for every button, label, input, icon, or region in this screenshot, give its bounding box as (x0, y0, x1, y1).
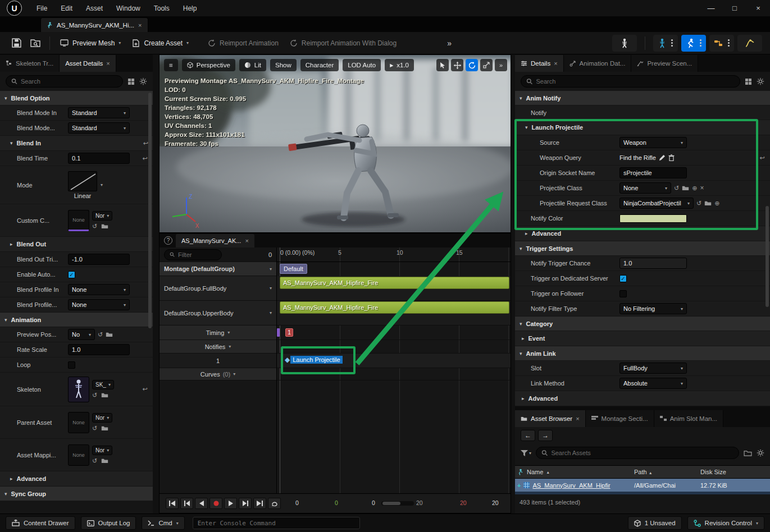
skeleton-thumbnail[interactable] (68, 377, 89, 402)
tab-anim-slot-manager[interactable]: Anim Slot Man... (654, 410, 723, 427)
add-plus-icon[interactable]: ⊕ (692, 185, 697, 192)
use-selected-asset-icon[interactable]: ↺ (92, 425, 97, 432)
unreal-logo-icon[interactable]: U (7, 1, 22, 16)
browse-folder-icon[interactable] (101, 223, 108, 230)
skeleton-mode-button[interactable] (612, 35, 637, 52)
blend-profile-in-dropdown[interactable]: None▾ (68, 284, 130, 295)
menu-file[interactable]: File (30, 0, 54, 17)
advanced-header-2[interactable]: ▸ Advanced (515, 391, 770, 406)
section-blend-option[interactable]: ▾ Blend Option (0, 91, 153, 106)
section-trigger-settings[interactable]: ▾ Trigger Settings (515, 241, 770, 256)
maximize-button[interactable]: □ (723, 0, 746, 17)
left-panel-scrollbar[interactable] (148, 93, 152, 328)
asset-search-box[interactable] (536, 447, 739, 459)
more-options-icon[interactable] (700, 42, 701, 44)
tab-asset-details[interactable]: Asset Details × (60, 55, 116, 72)
column-name[interactable]: Name ▲ (515, 469, 634, 475)
reset-to-default-icon[interactable]: ↩ (142, 155, 147, 162)
enable-auto-checkbox[interactable]: ✓ (68, 271, 75, 278)
viewport-overflow-icon[interactable]: » (495, 59, 507, 71)
preview-viewport[interactable]: ≡ Perspective Lit Show Character LOD Aut… (159, 54, 511, 233)
asset-mapping-thumbnail[interactable]: None (68, 444, 89, 466)
console-input-box[interactable] (193, 517, 360, 529)
section-category[interactable]: ▾ Category (515, 317, 770, 331)
close-icon[interactable]: × (554, 60, 557, 67)
use-selected-asset-icon[interactable]: ↺ (92, 223, 97, 230)
notify-color-swatch[interactable] (619, 214, 687, 223)
trigger-follower-checkbox[interactable] (619, 290, 627, 297)
skeleton-dropdown[interactable]: SK_▾ (92, 380, 114, 389)
browse-folder-icon[interactable] (106, 332, 113, 337)
slot-dropdown[interactable]: FullBody▾ (619, 363, 687, 374)
clear-x-icon[interactable]: × (700, 184, 704, 192)
unsaved-button[interactable]: 1 Unsaved (628, 516, 682, 530)
montage-section-default[interactable]: Default (280, 264, 307, 274)
blend-time-field[interactable] (68, 153, 130, 164)
use-selected-asset-icon[interactable]: ↺ (92, 392, 97, 399)
tab-animation-data[interactable]: Animation Dat... (564, 55, 632, 72)
mesh-mode-button[interactable] (653, 35, 678, 52)
close-icon[interactable]: × (245, 237, 248, 244)
fullbody-montage-clip[interactable]: AS_MannySurv_AKM_Hipfire_Fire (280, 277, 509, 289)
notify-track-1-row[interactable]: 1 (160, 354, 276, 368)
timing-notify-marker[interactable]: 1 (285, 328, 293, 337)
fullbody-slot-row[interactable]: DefaultGroup.FullBody▾ (160, 276, 276, 301)
custom-curve-dropdown[interactable]: Nor▾ (92, 211, 112, 221)
loop-checkbox[interactable] (68, 361, 75, 369)
section-sync-group[interactable]: ▾ Sync Group (0, 487, 153, 501)
launch-projectile-notify[interactable]: ◆ Launch Projectile (285, 356, 343, 364)
close-icon[interactable]: × (576, 415, 579, 422)
notifies-track-row[interactable]: Notifies▾ (160, 340, 276, 354)
blend-mode-out-dropdown[interactable]: Standard▾ (68, 122, 130, 134)
rate-scale-input[interactable] (72, 346, 126, 353)
forward-button[interactable]: → (538, 430, 553, 441)
reset-to-default-icon[interactable]: ↩ (142, 386, 147, 393)
create-asset-button[interactable]: Create Asset ▾ (126, 35, 194, 52)
section-anim-link[interactable]: ▾ Anim Link (515, 346, 770, 361)
reset-to-default-icon[interactable]: ↩ (759, 154, 764, 162)
save-button[interactable] (7, 35, 26, 52)
tab-details[interactable]: Details × (515, 55, 564, 72)
timeline-track-area[interactable]: 0 (0.00) (0%) 5 10 15 Default AS_MannySu… (277, 247, 511, 493)
rate-scale-field[interactable] (68, 344, 130, 355)
details-search-input[interactable] (536, 78, 735, 85)
rotate-tool-icon[interactable] (466, 59, 478, 71)
asset-row-selected[interactable]: + AS_MannySurv_AKM_Hipfir /All/Game/Chai… (515, 479, 770, 492)
advanced-header-1[interactable]: ▸ Advanced (515, 226, 770, 241)
menu-window[interactable]: Window (110, 0, 147, 17)
timeline-filter-box[interactable] (164, 249, 222, 260)
blend-time-input[interactable] (72, 155, 126, 162)
projectile-class-dropdown[interactable]: None▾ (619, 182, 671, 194)
browse-to-asset-button[interactable] (26, 35, 45, 52)
preview-pose-dropdown[interactable]: No▾ (68, 329, 95, 340)
advanced-header[interactable]: ▸ Advanced (0, 471, 153, 487)
record-button[interactable] (209, 498, 222, 509)
browse-folder-icon[interactable] (682, 185, 689, 191)
origin-socket-field[interactable] (619, 167, 687, 178)
timeline-filter-input[interactable] (178, 251, 216, 258)
help-icon[interactable]: ? (164, 236, 172, 245)
section-animation[interactable]: ▾ Animation (0, 313, 153, 327)
delete-trash-icon[interactable] (668, 154, 675, 161)
upperbody-slot-row[interactable]: DefaultGroup.UpperBody▾ (160, 301, 276, 325)
tab-asset-browser[interactable]: Asset Browser × (515, 410, 586, 427)
upperbody-montage-clip[interactable]: AS_MannySurv_AKM_Hipfire_Fire (280, 301, 509, 314)
use-selected-asset-icon[interactable]: ↺ (92, 457, 97, 465)
lit-mode-button[interactable]: Lit (239, 59, 266, 71)
notify-filter-type-dropdown[interactable]: No Filtering▾ (619, 303, 687, 314)
timing-section-marker[interactable] (277, 328, 280, 337)
use-selected-asset-icon[interactable]: ↺ (696, 200, 701, 207)
gear-icon[interactable] (757, 449, 764, 457)
montage-group-row[interactable]: Montage (DefaultGroup)▾ (160, 262, 276, 276)
gear-icon[interactable] (139, 77, 147, 85)
search-input[interactable] (21, 78, 117, 85)
menu-help[interactable]: Help (176, 0, 204, 17)
play-reverse-button[interactable] (195, 498, 208, 509)
browse-folder-icon[interactable] (101, 392, 108, 399)
lod-auto-button[interactable]: LOD Auto (343, 59, 381, 71)
blend-mode-in-dropdown[interactable]: Standard▾ (68, 107, 130, 118)
toolbar-overflow-button[interactable]: » (441, 35, 457, 52)
blueprint-mode-button[interactable] (709, 35, 734, 52)
source-dropdown[interactable]: Weapon▾ (619, 137, 687, 148)
menu-tools[interactable]: Tools (147, 0, 176, 17)
